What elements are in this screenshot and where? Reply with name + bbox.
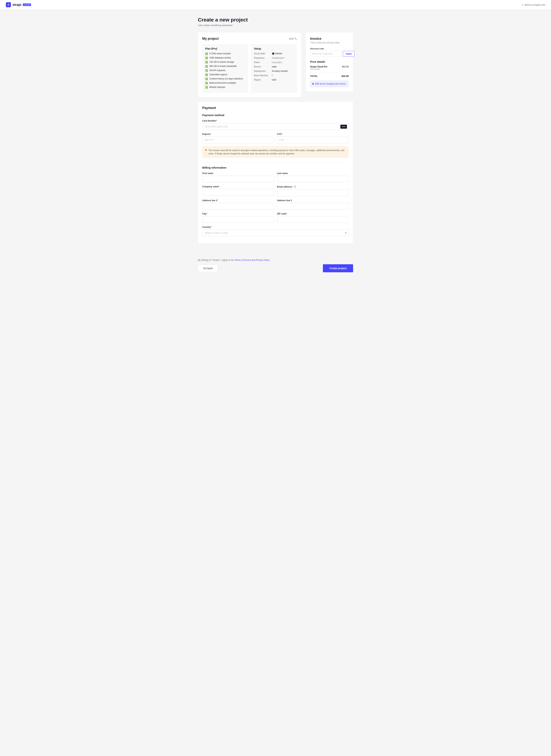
feature-text-6: Content history (14 days retention) (209, 77, 243, 80)
email-info-icon: ⓘ (294, 185, 296, 188)
feature-text-0: 5 CMS seats included (209, 52, 231, 55)
expires-input[interactable] (202, 136, 274, 143)
plan-feature-8: ✅ Weekly backups (205, 86, 245, 88)
zip-label: ZIP code* (277, 213, 349, 215)
payment-divider (202, 162, 349, 162)
setup-label-3: Branch (254, 65, 270, 68)
invoice-subtitle: This is what you will pay today (310, 41, 349, 44)
footer-area: By clicking on "Create", I agree to the … (193, 259, 358, 280)
check-icon-2: ✅ (205, 61, 208, 63)
warning-text: The chosen card will be used for all pro… (208, 149, 346, 155)
setup-value-6: USA (272, 78, 277, 81)
next-month-notice: $99 will be charged next month. (310, 80, 349, 87)
plan-feature-1: ✅ 100k database entries (205, 56, 245, 59)
edit-icon: ✏️ (294, 37, 297, 40)
company-name-label: Company name* (202, 185, 274, 188)
feature-text-5: Selectable regions (209, 73, 227, 76)
total-label: TOTAL (310, 75, 318, 77)
plan-title: Plan (Pro) (205, 47, 245, 50)
total-amount: $42.90 (342, 75, 349, 77)
address-row: Address line 1* Address line 2 (202, 199, 349, 213)
setup-row-4: Deployment At every commit (254, 70, 294, 72)
feature-text-4: 1M API requests (209, 69, 225, 72)
create-project-button[interactable]: Create project (323, 264, 353, 272)
country-select-wrapper: Select or enter a value ▼ (202, 230, 349, 236)
expires-group: Expires* (202, 133, 274, 143)
check-icon-8: ✅ (205, 86, 208, 88)
email-group: Email address* ⓘ (277, 185, 349, 196)
invoice-title: Invoice (310, 37, 349, 41)
project-invoice-row: My project Edit ✏️ Plan (Pro) ✅ 5 CMS se… (198, 32, 353, 97)
city-label: City* (202, 213, 274, 215)
company-name-group: Company name* (202, 185, 274, 196)
first-name-label: First name (202, 172, 274, 174)
card-input-wrapper: VISA (202, 123, 349, 130)
country-select[interactable]: Select or enter a value (202, 230, 349, 236)
city-input[interactable] (202, 216, 274, 223)
setup-value-2: my-project (272, 61, 282, 64)
feature-text-3: 500 GB of assets bandwidth (209, 65, 237, 67)
setup-row-5: Base directory / (254, 74, 294, 77)
check-icon-6: ✅ (205, 78, 208, 80)
company-name-input[interactable] (202, 189, 274, 196)
email-input[interactable] (277, 190, 349, 196)
cloud-badge: CLOUD (23, 3, 31, 6)
edit-link[interactable]: Edit ✏️ (290, 37, 297, 40)
setup-label-0: Git provider (254, 52, 270, 55)
plan-features-list: ✅ 5 CMS seats included ✅ 100k database e… (205, 52, 245, 88)
discount-code-input[interactable] (310, 51, 342, 57)
setup-row-1: Repository strapi/project (254, 57, 294, 59)
plan-feature-0: ✅ 5 CMS seats included (205, 52, 245, 55)
address2-input[interactable] (277, 203, 349, 210)
payment-section-title: Payment (202, 106, 349, 110)
first-name-input[interactable] (202, 176, 274, 182)
terms-text: By clicking on "Create", I agree to the … (198, 259, 353, 261)
setup-value-5: / (272, 74, 272, 77)
check-icon-7: ✅ (205, 82, 208, 84)
plan-feature-4: ✅ 1M API requests (205, 69, 245, 72)
feature-text-7: Multi-environment available (209, 82, 236, 84)
setup-row-6: Region USA (254, 78, 294, 81)
card-number-input[interactable] (202, 123, 349, 130)
strapi-logo-icon: S (6, 2, 11, 7)
next-month-text: $99 will be charged next month. (315, 82, 346, 85)
zip-input[interactable] (277, 216, 349, 223)
check-icon-4: ✅ (205, 69, 208, 72)
name-row: First name Last name (202, 172, 349, 185)
payment-method-title: Payment method (202, 113, 349, 117)
plan-box: Plan (Pro) ✅ 5 CMS seats included ✅ 100k… (202, 44, 248, 93)
address1-input[interactable] (202, 203, 274, 210)
card-number-group: Card Number* VISA (202, 119, 349, 130)
feature-text-8: Weekly backups (209, 86, 225, 88)
go-back-button[interactable]: Go back (198, 265, 218, 272)
discount-row: Apply (310, 51, 349, 57)
setup-row-0: Git provider ⚫ GitHub (254, 52, 294, 55)
setup-value-1: strapi/project (272, 57, 285, 59)
last-name-input[interactable] (277, 176, 349, 182)
address2-group: Address line 2 (277, 199, 349, 210)
project-card-header: My project Edit ✏️ (202, 37, 297, 41)
check-icon-1: ✅ (205, 57, 208, 59)
plan-feature-2: ✅ 150 GB of assets storage (205, 61, 245, 63)
back-to-projects-link[interactable]: ↩ Back to projects list (522, 3, 545, 6)
card-warning-box: The chosen card will be used for all pro… (202, 146, 349, 158)
first-name-group: First name (202, 172, 274, 182)
cvc-input[interactable] (277, 136, 349, 143)
setup-label-1: Repository (254, 57, 270, 59)
footer-buttons: Go back Create project (198, 264, 353, 272)
setup-label-4: Deployment (254, 70, 270, 72)
logo-text: strapi (12, 3, 21, 7)
apply-button[interactable]: Apply (343, 51, 355, 57)
card-brand-icon: VISA (340, 125, 347, 129)
setup-label-6: Region (254, 78, 270, 81)
terms-link[interactable]: Terms of Service and Privacy Policy (235, 259, 269, 261)
project-details: Plan (Pro) ✅ 5 CMS seats included ✅ 100k… (202, 44, 297, 93)
setup-box: Setup Git provider ⚫ GitHub Repository s… (251, 44, 297, 93)
setup-row-3: Branch main (254, 65, 294, 68)
discount-code-label: Discount code (310, 48, 349, 50)
project-card-title: My project (202, 37, 219, 41)
price-item-amount: $42.90 (342, 65, 349, 70)
plan-feature-7: ✅ Multi-environment available (205, 82, 245, 84)
company-email-row: Company name* Email address* ⓘ (202, 185, 349, 199)
plan-feature-6: ✅ Content history (14 days retention) (205, 77, 245, 80)
